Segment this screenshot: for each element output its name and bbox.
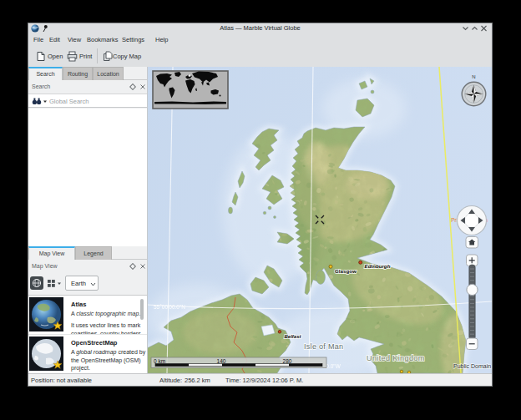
globe-icon [32,278,42,288]
latitude-label: 55°00'00.0"N [154,304,185,310]
theme-item-openstreetmap[interactable]: OpenStreetMap A global roadmap created b… [28,334,147,373]
sidebar-top-tabbar: Search Routing Location [28,67,147,80]
list-options-chevron-icon[interactable] [57,282,62,286]
theme-title-osm: OpenStreetMap [71,339,117,347]
map-canvas[interactable]: 55°00'00.0"N 8°00'00.0"W Prime Meridian … [147,67,492,373]
globe-projection-button[interactable] [30,276,43,290]
window-title: Atlas — Marble Virtual Globe [28,24,492,32]
print-button[interactable]: Print [79,53,92,60]
overview-position-dot [189,74,191,77]
scale-label-140: 140 [217,358,226,364]
atlas-theme-thumbnail [29,297,63,331]
belfast-marker[interactable] [278,331,281,334]
title-bar: Atlas — Marble Virtual Globe [28,23,492,33]
zoom-in-button[interactable] [467,255,478,266]
menu-edit[interactable]: Edit [49,36,60,43]
osm-theme-thumbnail [29,337,63,371]
celestial-body-select[interactable]: Earth [65,276,99,291]
home-button[interactable] [466,237,478,249]
toolbar: Open Print Copy Map [28,47,492,67]
status-position: Position: not available [31,377,92,384]
mapview-panel-title: Map View [32,263,58,269]
map-theme-list: Atlas A classic topographic map. It uses… [28,295,147,373]
marble-window: Atlas — Marble Virtual Globe File Edit V… [28,23,493,387]
compass-north-label: N [472,74,475,79]
print-icon[interactable] [67,51,78,62]
search-options-chevron-icon[interactable] [43,100,48,104]
search-panel-title: Search [32,83,50,89]
open-button[interactable]: Open [48,53,63,60]
copy-map-icon[interactable] [103,51,113,62]
search-placeholder: Global Search [49,98,89,105]
atlas-desc-more: It uses vector lines to mark coastlines,… [71,321,146,334]
isle-of-man-label: Isle of Man [304,342,343,351]
menu-settings[interactable]: Settings [122,36,144,43]
minimize-button[interactable] [462,25,469,32]
sidebar-splitter[interactable] [147,67,148,373]
search-results-area [28,109,147,246]
tab-search[interactable]: Search [28,67,63,80]
tab-routing[interactable]: Routing [63,67,93,80]
theme-item-atlas[interactable]: Atlas A classic topographic map. It uses… [28,296,147,334]
edinburgh-marker[interactable] [359,261,362,264]
select-chevron-icon [90,282,96,286]
zoom-slider-thumb[interactable] [467,284,478,295]
glasgow-marker[interactable] [329,265,332,268]
navigation-pad[interactable] [458,206,487,235]
search-panel-header: Search [28,80,147,94]
maximize-button[interactable] [471,25,478,32]
celestial-body-value: Earth [71,280,86,287]
status-time: Time: 12/9/2024 12:06 P. M. [225,377,303,384]
scale-bar: 0 km 140 280 [151,357,326,368]
sidebar: Search Routing Location Search Global Se… [28,67,147,373]
glasgow-label: Glasgow [335,268,357,274]
atlas-desc-italic: classic topographic map [76,311,139,316]
mapview-toolbar: Earth [28,275,147,295]
view-list-icon[interactable] [47,279,56,288]
united-kingdom-label: United Kingdom [367,354,425,362]
scale-label-0: 0 km [154,358,165,364]
edinburgh-label: Edinburgh [365,263,391,269]
search-input[interactable]: Global Search [28,94,147,108]
overview-map[interactable] [153,71,228,109]
tab-location[interactable]: Location [93,67,124,80]
status-bar: Position: not available Altitude: 256.2 … [28,373,492,386]
sidebar-bottom-tabbar: Map View Legend [28,246,147,260]
toolbar-separator [97,48,98,63]
menu-help[interactable]: Help [155,36,168,43]
menu-bookmarks[interactable]: Bookmarks [87,36,119,43]
scale-label-280: 280 [283,358,292,364]
close-button[interactable] [480,25,488,32]
menu-view[interactable]: View [68,36,81,43]
float-panel-icon[interactable] [129,263,136,270]
tab-legend[interactable]: Legend [75,246,112,260]
theme-title-atlas: Atlas [71,301,86,308]
belfast-label: Belfast [285,334,302,339]
search-binoculars-icon[interactable] [32,97,42,105]
open-icon[interactable] [36,51,46,62]
osm-desc-italic: global roadmap [76,349,116,355]
zoom-out-button[interactable] [467,338,478,350]
list-scrollbar[interactable] [140,299,144,320]
menu-bar: File Edit View Bookmarks Settings Help [28,33,492,47]
close-panel-icon[interactable] [139,263,146,270]
status-altitude-value: 256.2 km [185,377,210,384]
attribution-label: Public Domain [453,363,491,369]
mapview-panel-header: Map View [28,260,147,273]
menu-file[interactable]: File [33,36,43,43]
tab-map-view[interactable]: Map View [28,246,75,260]
float-panel-icon[interactable] [129,83,136,90]
close-panel-icon[interactable] [139,83,146,90]
status-altitude-label: Altitude: [159,377,182,384]
copy-map-button[interactable]: Copy Map [113,53,141,60]
